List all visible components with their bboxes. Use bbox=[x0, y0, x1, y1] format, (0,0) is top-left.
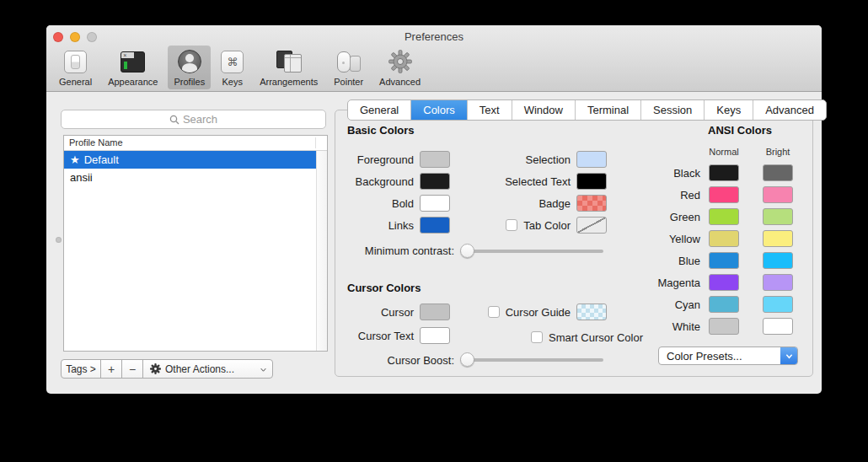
badge-row: Badge bbox=[487, 194, 607, 212]
preferences-toolbar: General Appearance Profiles ⌘ Keys Arran… bbox=[53, 46, 426, 89]
toolbar-item-arrangements[interactable]: Arrangements bbox=[254, 46, 324, 89]
profile-list: Profile Name ★ Default ansii bbox=[63, 135, 328, 352]
mouse-icon bbox=[337, 49, 361, 74]
ansi-red-normal-well[interactable] bbox=[709, 186, 739, 203]
foreground-row: Foreground bbox=[347, 150, 450, 169]
ansi-magenta-normal-well[interactable] bbox=[709, 274, 739, 291]
toolbar-item-profiles[interactable]: Profiles bbox=[168, 46, 211, 89]
slider-track[interactable] bbox=[460, 250, 603, 253]
cursor-text-row: Cursor Text bbox=[347, 326, 450, 345]
tab-colors[interactable]: Colors bbox=[410, 100, 467, 120]
ansi-cyan-normal-well[interactable] bbox=[709, 296, 739, 313]
profile-tabs: General Colors Text Window Terminal Sess… bbox=[347, 99, 827, 121]
foreground-color-well[interactable] bbox=[420, 151, 450, 168]
ansi-blue-normal-well[interactable] bbox=[709, 252, 739, 269]
color-presets-dropdown[interactable]: Color Presets... bbox=[658, 346, 798, 365]
profile-row-default[interactable]: ★ Default bbox=[64, 151, 316, 169]
minimum-contrast-label-row: Minimum contrast: bbox=[347, 241, 454, 260]
remove-profile-button[interactable]: − bbox=[121, 359, 143, 379]
background-color-well[interactable] bbox=[420, 173, 450, 190]
ansi-row-yellow: Yellow bbox=[633, 229, 793, 248]
bold-row: Bold bbox=[347, 194, 450, 212]
search-input[interactable]: Search bbox=[61, 110, 326, 129]
profile-list-scrollbar[interactable] bbox=[316, 151, 327, 351]
cursor-guide-checkbox[interactable] bbox=[488, 306, 500, 318]
ansi-blue-bright-well[interactable] bbox=[763, 252, 793, 269]
profile-row-ansii[interactable]: ansii bbox=[64, 169, 316, 186]
ansi-black-normal-well[interactable] bbox=[709, 164, 739, 181]
toolbar-item-advanced[interactable]: Advanced bbox=[373, 46, 426, 89]
ansi-white-bright-well[interactable] bbox=[763, 318, 793, 335]
ansi-row-cyan: Cyan bbox=[633, 295, 793, 314]
ansi-row-blue: Blue bbox=[633, 251, 793, 270]
ansi-row-magenta: Magenta bbox=[633, 273, 793, 292]
toolbar-item-pointer[interactable]: Pointer bbox=[328, 46, 369, 89]
cursor-colors-heading: Cursor Colors bbox=[347, 282, 421, 294]
ansi-row-black: Black bbox=[633, 164, 793, 182]
ansi-green-normal-well[interactable] bbox=[709, 208, 739, 225]
normal-column-header: Normal bbox=[709, 147, 739, 157]
header-divider bbox=[315, 137, 316, 148]
other-actions-dropdown[interactable]: Other Actions... bbox=[142, 359, 273, 379]
ansi-black-bright-well[interactable] bbox=[763, 164, 793, 181]
ansi-row-red: Red bbox=[633, 185, 793, 204]
tab-color-well[interactable] bbox=[576, 217, 607, 234]
gear-icon bbox=[150, 363, 161, 374]
tab-color-checkbox[interactable] bbox=[506, 219, 517, 231]
pane-resize-dot[interactable] bbox=[56, 237, 62, 243]
toolbar-item-general[interactable]: General bbox=[53, 46, 98, 89]
tab-terminal[interactable]: Terminal bbox=[575, 100, 640, 120]
minimum-contrast-slider[interactable] bbox=[460, 244, 603, 258]
ansi-white-normal-well[interactable] bbox=[709, 318, 739, 335]
cursor-guide-row: Cursor Guide bbox=[487, 303, 607, 321]
search-placeholder: Search bbox=[183, 113, 217, 126]
appearance-icon bbox=[121, 49, 145, 74]
bright-column-header: Bright bbox=[763, 147, 793, 157]
ansi-red-bright-well[interactable] bbox=[763, 186, 793, 203]
ansi-row-white: White bbox=[633, 317, 793, 336]
ansi-yellow-normal-well[interactable] bbox=[709, 230, 739, 247]
dropdown-cap bbox=[780, 347, 797, 364]
cursor-boost-slider[interactable] bbox=[460, 352, 603, 367]
bold-color-well[interactable] bbox=[420, 195, 450, 212]
search-icon bbox=[169, 115, 179, 125]
basic-colors-heading: Basic Colors bbox=[347, 124, 414, 137]
profile-list-header[interactable]: Profile Name bbox=[64, 136, 327, 151]
tab-text[interactable]: Text bbox=[467, 100, 512, 120]
ansi-row-green: Green bbox=[633, 207, 793, 226]
tab-general[interactable]: General bbox=[348, 100, 410, 120]
chevron-down-icon bbox=[260, 367, 266, 373]
ansi-cyan-bright-well[interactable] bbox=[763, 296, 793, 313]
cursor-color-well[interactable] bbox=[420, 304, 450, 320]
slider-knob[interactable] bbox=[460, 352, 474, 367]
preferences-window: Preferences General Appearance Profiles … bbox=[46, 25, 822, 394]
badge-color-well[interactable] bbox=[576, 195, 607, 212]
cursor-text-color-well[interactable] bbox=[420, 327, 450, 344]
profile-actions-bar: Tags > + − Other Actions... bbox=[61, 359, 273, 379]
profile-name: Default bbox=[84, 153, 119, 166]
smart-cursor-checkbox[interactable] bbox=[531, 331, 543, 343]
selected-text-color-well[interactable] bbox=[576, 173, 607, 190]
links-color-well[interactable] bbox=[420, 217, 450, 234]
links-row: Links bbox=[347, 216, 450, 234]
background-row: Background bbox=[347, 172, 450, 191]
tags-button[interactable]: Tags > bbox=[61, 359, 101, 379]
tab-advanced[interactable]: Advanced bbox=[753, 100, 826, 120]
toolbar-item-keys[interactable]: ⌘ Keys bbox=[215, 46, 249, 89]
general-icon bbox=[64, 49, 87, 74]
add-profile-button[interactable]: + bbox=[100, 359, 122, 379]
tab-window[interactable]: Window bbox=[512, 100, 575, 120]
ansi-magenta-bright-well[interactable] bbox=[763, 274, 793, 291]
selection-color-well[interactable] bbox=[576, 151, 607, 168]
cursor-row: Cursor bbox=[347, 303, 450, 321]
slider-track[interactable] bbox=[460, 358, 603, 362]
ansi-colors-heading: ANSI Colors bbox=[672, 124, 807, 137]
ansi-green-bright-well[interactable] bbox=[763, 208, 793, 225]
cursor-guide-color-well[interactable] bbox=[576, 304, 607, 320]
tab-keys[interactable]: Keys bbox=[704, 100, 753, 120]
tab-session[interactable]: Session bbox=[640, 100, 704, 120]
ansi-yellow-bright-well[interactable] bbox=[763, 230, 793, 247]
slider-knob[interactable] bbox=[460, 244, 474, 258]
cursor-boost-label-row: Cursor Boost: bbox=[347, 351, 454, 369]
toolbar-item-appearance[interactable]: Appearance bbox=[102, 46, 163, 89]
